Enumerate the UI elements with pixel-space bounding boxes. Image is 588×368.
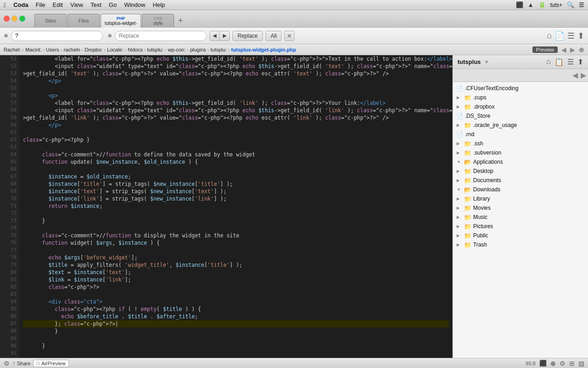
tree-item-Documents[interactable]: ▶📁Documents	[453, 176, 588, 185]
tree-item-DS_Store[interactable]: 📄.DS_Store	[453, 111, 588, 121]
tree-item-rnd[interactable]: 📄.rnd	[453, 130, 588, 139]
home-icon[interactable]: ⌂	[547, 31, 552, 41]
breadcrumb-wpcon[interactable]: wp-con:	[168, 47, 186, 52]
status-sidebar-icon[interactable]: ▨	[578, 360, 584, 367]
code-editor[interactable]: 5152535455565758596061626364656667686970…	[0, 55, 452, 358]
status-grid-icon[interactable]: ⊞	[569, 360, 575, 367]
tree-item-Downloads[interactable]: ▼📂Downloads	[453, 185, 588, 194]
breadcrumb-htdocs[interactable]: htdocs	[128, 47, 142, 52]
expand-icon[interactable]: ▶	[457, 169, 462, 173]
expand-icon[interactable]: ▶	[457, 141, 462, 146]
preview-button[interactable]: Preview	[532, 46, 558, 53]
tree-item-Public[interactable]: ▶📁Public	[453, 231, 588, 240]
airpreview-button[interactable]: □ AirPreview	[33, 360, 68, 367]
expand-icon[interactable]: ▶	[457, 215, 462, 219]
search-input[interactable]	[15, 33, 79, 39]
breadcrumb-macint[interactable]: Macint:	[25, 47, 41, 52]
tab-files[interactable]: Files	[68, 14, 100, 28]
sidebar-home-icon[interactable]: ⌂	[546, 58, 551, 66]
expand-icon[interactable]: ▶	[457, 233, 462, 238]
search-prev-button[interactable]: ◀	[209, 31, 220, 41]
replace-input[interactable]	[119, 33, 192, 39]
menu-edit[interactable]: Edit	[53, 1, 63, 8]
menu-window[interactable]: Window	[124, 1, 145, 8]
menu-help[interactable]: Help	[153, 1, 165, 8]
replace-box[interactable]	[115, 31, 207, 41]
share-button[interactable]: ↑ Share	[12, 360, 30, 367]
expand-icon[interactable]: ▶	[457, 196, 462, 201]
list-view-icon[interactable]: ☰	[567, 31, 575, 41]
list-icon[interactable]: ☰	[579, 1, 584, 8]
tree-item-Applications[interactable]: ▼📂Applications	[453, 157, 588, 167]
expand-icon[interactable]: ▼	[457, 160, 462, 164]
menu-view[interactable]: View	[70, 1, 83, 8]
close-search-button[interactable]: ✕	[284, 31, 294, 41]
search-menu-icon[interactable]: 🔍	[567, 1, 574, 8]
breadcrumb-users[interactable]: Users	[46, 47, 59, 52]
files-icon[interactable]: 📄	[554, 31, 565, 41]
expand-icon[interactable]: ▶	[457, 178, 462, 183]
breadcrumb-rachel[interactable]: Rachel:	[4, 47, 21, 52]
settings-icon[interactable]: ⚙	[4, 360, 10, 367]
tree-item-Pictures[interactable]: ▶📁Pictures	[453, 222, 588, 231]
tree-item-Music[interactable]: ▶📁Music	[453, 213, 588, 222]
expand-icon[interactable]: ▶	[457, 123, 462, 127]
plus-icon[interactable]: ⊕	[579, 46, 584, 53]
breadcrumb-file[interactable]: tutsplus-widget-plugin.php	[231, 47, 296, 52]
tree-item-cups[interactable]: ▶📁.cups	[453, 93, 588, 102]
sidebar-files-icon[interactable]: 📋	[554, 58, 564, 66]
tree-item-Movies[interactable]: ▶📁Movies	[453, 203, 588, 213]
upload-icon[interactable]: ⬆	[577, 31, 584, 41]
breadcrumb-tutsplu[interactable]: tutsplu:	[147, 47, 163, 52]
breadcrumb-dropbo[interactable]: Dropbo:	[85, 47, 102, 52]
close-window-button[interactable]	[4, 16, 10, 22]
status-screen-icon[interactable]: ⬛	[539, 360, 547, 367]
tree-item-Library[interactable]: ▶📁Library	[453, 194, 588, 203]
menu-file[interactable]: File	[36, 1, 45, 8]
tree-item-oracle_jre_usage[interactable]: ▶📁.oracle_jre_usage	[453, 121, 588, 130]
search-next-button[interactable]: ▶	[220, 31, 230, 41]
bc-nav-prev[interactable]: ◀	[561, 46, 566, 53]
replace-button[interactable]: Replace	[232, 31, 263, 41]
tab-php[interactable]: PHP tutsplus-widget-	[101, 14, 141, 28]
tree-item-subversion[interactable]: ▶📁.subversion	[453, 148, 588, 157]
tree-item-Desktop[interactable]: ▶📁Desktop	[453, 167, 588, 176]
line-number: 78	[3, 254, 17, 261]
expand-icon[interactable]: ▶	[457, 104, 462, 109]
minimize-window-button[interactable]	[11, 16, 17, 22]
breadcrumb-tutsplu2[interactable]: tutsplu:	[210, 47, 226, 52]
expand-icon[interactable]: ▶	[457, 206, 462, 210]
breadcrumb-racheln[interactable]: racheln	[64, 47, 80, 52]
code-lines[interactable]: <label for="class="c-php"><?php echo $th…	[19, 55, 452, 358]
file-tree[interactable]: 📄.CFUserTextEncoding▶📁.cups▶📁.dropbox📄.D…	[453, 82, 588, 358]
replace-all-button[interactable]: All	[266, 31, 282, 41]
breadcrumb-locale[interactable]: Locale:	[107, 47, 123, 52]
status-add-icon[interactable]: ⊕	[550, 360, 556, 367]
expand-icon[interactable]: ▶	[457, 242, 462, 247]
menu-coda[interactable]: Coda	[13, 1, 28, 8]
sidebar-nav-next[interactable]: ▶	[580, 70, 587, 80]
expand-icon[interactable]: ▼	[457, 187, 462, 192]
apple-menu[interactable]: 	[4, 1, 6, 9]
add-tab-button[interactable]: +	[175, 16, 186, 27]
sidebar-upload-icon[interactable]: ⬆	[577, 58, 583, 66]
tree-item-ssh[interactable]: ▶📁.ssh	[453, 139, 588, 148]
tab-sites[interactable]: Sites	[34, 14, 67, 28]
tree-item-dropbox[interactable]: ▶📁.dropbox	[453, 102, 588, 111]
tree-item-CFUserTextEncoding[interactable]: 📄.CFUserTextEncoding	[453, 84, 588, 93]
expand-icon[interactable]: ▶	[457, 224, 462, 229]
menu-go[interactable]: Go	[109, 1, 117, 8]
search-box[interactable]	[11, 31, 103, 41]
sidebar-list-icon[interactable]: ☰	[567, 58, 574, 66]
fullscreen-window-button[interactable]	[19, 16, 25, 22]
tree-item-Trash[interactable]: ▶📁Trash	[453, 240, 588, 249]
breadcrumb-plugins[interactable]: plugins	[190, 47, 206, 52]
sidebar-chevron-icon[interactable]: ▼	[485, 59, 489, 64]
expand-icon[interactable]: ▶	[457, 150, 462, 155]
expand-icon[interactable]: ▶	[457, 95, 462, 100]
tab-css[interactable]: CSS style	[142, 14, 174, 28]
bc-nav-next[interactable]: ▶	[570, 46, 575, 53]
sidebar-nav-prev[interactable]: ◀	[571, 70, 579, 80]
menu-text[interactable]: Text	[90, 1, 102, 8]
status-gear-icon[interactable]: ⚙	[560, 360, 565, 367]
